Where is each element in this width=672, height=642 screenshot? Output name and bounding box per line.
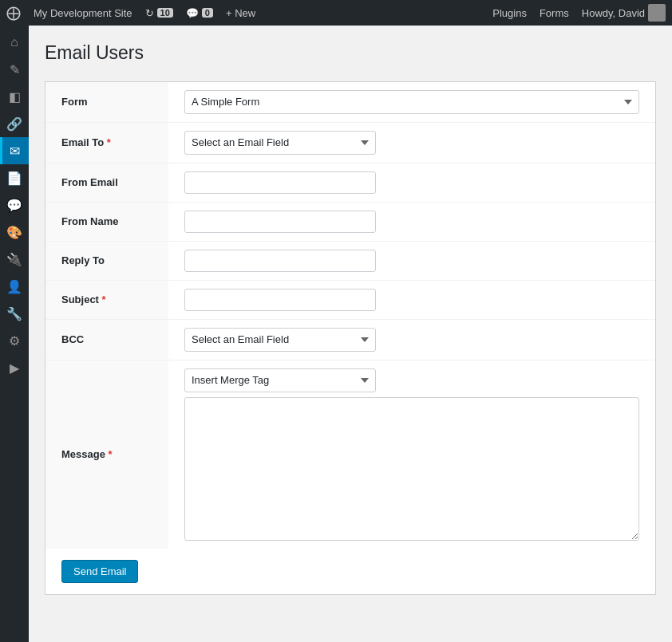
from-name-label: From Name: [45, 202, 168, 241]
message-label: Message *: [45, 360, 168, 549]
sidebar-icon-plugins[interactable]: 🔌: [0, 246, 29, 273]
sidebar-icon-dashboard[interactable]: ⌂: [0, 29, 29, 56]
admin-bar: ⨁ My Development Site ↻ 10 💬 0 + New Plu…: [0, 0, 672, 26]
user-menu[interactable]: Howdy, David: [582, 4, 666, 22]
bcc-select[interactable]: Select an Email Field: [184, 328, 376, 352]
from-name-row: From Name: [45, 202, 655, 241]
email-to-select[interactable]: Select an Email Field: [184, 131, 376, 155]
reply-to-input[interactable]: [184, 250, 376, 272]
sidebar-icon-media[interactable]: ◧: [0, 83, 29, 110]
sidebar-icon-links[interactable]: 🔗: [0, 110, 29, 137]
forms-link[interactable]: Forms: [540, 7, 569, 19]
subject-input[interactable]: [184, 289, 376, 311]
page-title: Email Users: [45, 41, 656, 65]
form-select[interactable]: A Simple Form: [184, 90, 639, 114]
comments-link[interactable]: 💬 0: [186, 7, 213, 19]
sidebar-icon-settings[interactable]: ⚙: [0, 327, 29, 354]
sidebar-icon-comments[interactable]: 💬: [0, 191, 29, 219]
bcc-row: BCC Select an Email Field: [45, 319, 655, 360]
content-area: Email Users Form A Simple Form: [29, 26, 672, 642]
subject-row: Subject *: [45, 280, 655, 319]
subject-label: Subject *: [45, 280, 168, 319]
message-row: Message * Insert Merge Tag: [45, 360, 655, 549]
site-name[interactable]: My Development Site: [34, 7, 132, 19]
wp-logo-icon[interactable]: ⨁: [6, 4, 21, 22]
new-content-link[interactable]: + New: [226, 7, 255, 19]
merge-tag-select[interactable]: Insert Merge Tag: [184, 368, 376, 392]
email-users-form: Form A Simple Form Email To *: [45, 82, 655, 549]
updates-link[interactable]: ↻ 10: [145, 7, 173, 19]
sidebar-icon-media2[interactable]: ▶: [0, 354, 29, 381]
from-email-row: From Email: [45, 163, 655, 202]
bcc-label: BCC: [45, 319, 168, 360]
from-name-input[interactable]: [184, 211, 376, 233]
sidebar-icon-tools[interactable]: 🔧: [0, 300, 29, 327]
sidebar: ⌂ ✎ ◧ 🔗 ✉ 📄 💬 🎨 🔌 👤 🔧 ⚙ ▶: [0, 26, 29, 642]
plugins-link[interactable]: Plugins: [492, 7, 527, 19]
sidebar-icon-pages[interactable]: 📄: [0, 164, 29, 191]
message-textarea[interactable]: [184, 397, 639, 541]
email-to-label: Email To *: [45, 122, 168, 163]
form-row: Form A Simple Form: [45, 82, 655, 123]
avatar: [648, 4, 666, 22]
reply-to-label: Reply To: [45, 241, 168, 280]
from-email-input[interactable]: [184, 171, 376, 194]
from-email-label: From Email: [45, 163, 168, 202]
sidebar-icon-forms[interactable]: ✉: [0, 137, 29, 164]
reply-to-row: Reply To: [45, 241, 655, 280]
submit-row: Send Email: [45, 549, 655, 594]
sidebar-icon-posts[interactable]: ✎: [0, 56, 29, 83]
email-to-row: Email To * Select an Email Field: [45, 122, 655, 163]
send-email-button[interactable]: Send Email: [61, 560, 138, 583]
message-wrapper: Insert Merge Tag: [184, 368, 639, 541]
sidebar-icon-appearance[interactable]: 🎨: [0, 219, 29, 246]
form-card: Form A Simple Form Email To *: [45, 81, 656, 595]
sidebar-icon-users[interactable]: 👤: [0, 273, 29, 300]
form-label: Form: [45, 82, 168, 123]
